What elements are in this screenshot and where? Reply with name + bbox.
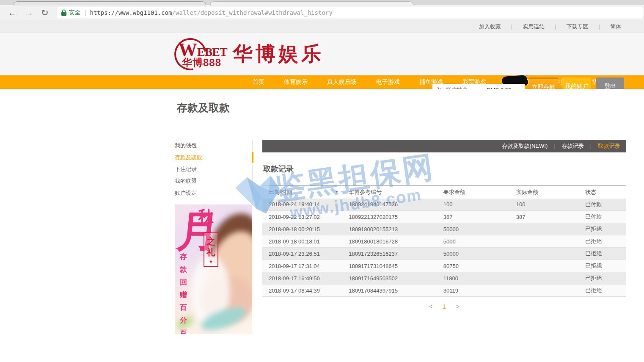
cell-ref: 1809241940147536 (342, 199, 437, 211)
cell-date: 2018-09-17 08:44:39 (262, 285, 342, 297)
logo-brand-name: 华博娱乐 (233, 41, 324, 67)
reload-icon[interactable]: ↻ (41, 8, 49, 17)
cell-date: 2018-09-18 00:20:15 (262, 223, 342, 235)
current-page[interactable]: 1 (443, 303, 446, 310)
cell-ref: 1809221327020175 (342, 211, 437, 223)
record-tab-bar: 存款及取款(NEW!)存款记录取款记录 (262, 140, 626, 152)
section-title: 取款记录 (263, 164, 626, 174)
sidebar-item[interactable]: 下注记录 (175, 163, 252, 175)
cell-requested: 30119 (437, 285, 510, 297)
nav-item[interactable]: 电子游戏 (366, 78, 410, 86)
main-panel: 存款及取款(NEW!)存款记录取款记录 取款记录 日期/时间▼ 华博参考编号 要… (262, 140, 626, 310)
cell-actual (510, 285, 579, 297)
sidebar-item[interactable]: 存款及取款 (175, 152, 252, 163)
promo-slogan-char: 赠 (180, 290, 187, 300)
sidebar-item[interactable]: 我的联盟 (175, 175, 252, 187)
title-divider (177, 125, 627, 125)
cell-date: 2018-09-18 00:18:01 (262, 235, 342, 248)
url-bar[interactable]: 安全 | https://www.wbg1101.com/wallet/depo… (57, 7, 644, 18)
record-tab[interactable]: 存款及取款(NEW!) (502, 142, 562, 150)
cell-status: 已付款 (579, 199, 626, 211)
cell-status: 已拒絕 (579, 272, 626, 285)
cell-ref: 1809171731048645 (342, 260, 437, 272)
utility-link[interactable]: 加入收藏 (479, 23, 523, 30)
browser-tab[interactable] (14, 1, 206, 6)
table-body: 2018-09-24 19:40:14 1809241940147536 100… (262, 199, 626, 297)
promo-slogan-char: 款 (180, 265, 187, 274)
column-status: 状态 (579, 186, 626, 199)
cell-requested: 50000 (437, 223, 510, 235)
record-tab[interactable]: 取款记录 (598, 142, 620, 150)
cell-status: 已付款 (579, 211, 626, 223)
cell-actual: 100 (510, 199, 579, 211)
cell-status: 已拒絕 (579, 285, 626, 297)
utility-link[interactable]: 实用连结 (523, 23, 566, 30)
table-row: 2018-09-18 00:20:15 1809180020155213 500… (262, 223, 626, 235)
promo-slogan-char: 分 (180, 315, 187, 325)
table-row: 2018-09-17 23:26:51 1809172326516237 500… (262, 248, 626, 260)
promo-slogan-char: 百 (180, 303, 187, 312)
promo-slogan-char: 存 (180, 252, 187, 262)
next-page-button[interactable]: > (456, 303, 460, 310)
promo-slogan: 存款回赠百分百 (180, 252, 187, 334)
sidebar-item[interactable]: 我的钱包 (175, 140, 252, 152)
cell-actual (510, 248, 579, 260)
prev-page-button[interactable]: < (429, 303, 432, 310)
page-title: 存款及取款 (177, 101, 230, 115)
cell-ref: 1809171649503502 (342, 272, 437, 285)
utility-link[interactable]: 简体 (610, 23, 621, 30)
table-row: 2018-09-17 17:31:04 1809171731048645 807… (262, 260, 626, 272)
page-body: 存款及取款 我的钱包存款及取款下注记录我的联盟账户设定 秋 月 之 礼 ◆ 存款… (0, 89, 644, 362)
cell-status: 已拒絕 (579, 260, 626, 272)
cell-date: 2018-09-22 13:27:02 (262, 211, 342, 223)
cell-requested: 11800 (437, 272, 510, 285)
cell-date: 2018-09-17 17:31:04 (262, 260, 342, 272)
back-icon[interactable]: ← (8, 8, 17, 17)
promo-seal-dot: ◆ (206, 258, 215, 265)
cell-date: 2018-09-17 16:49:50 (262, 272, 342, 285)
browser-tab-active[interactable] (210, 1, 413, 6)
table-row: 2018-09-22 13:27:02 1809221327020175 387… (262, 211, 626, 223)
cell-ref: 1809180018016728 (342, 235, 437, 248)
cell-status: 已拒絕 (579, 248, 626, 260)
browser-tab-strip (0, 0, 644, 5)
site-header: WEBET 华博888 华博娱乐 欢迎回来 ↻ 账户结余 RMB 0.90 ▼ … (0, 33, 644, 75)
promo-seal-char2: 礼 (206, 247, 215, 258)
table-row: 2018-09-24 19:40:14 1809241940147536 100… (262, 199, 626, 211)
logo-subtext: 华博888 (182, 56, 221, 69)
site-logo[interactable]: WEBET 华博888 华博娱乐 (173, 35, 324, 73)
pagination: < 1 > (262, 303, 626, 310)
url-path: /wallet/deposit_withdrawal#withdrawal_hi… (172, 9, 332, 16)
nav-item[interactable]: 首页 (243, 78, 274, 86)
nav-item[interactable]: 真人娱乐场 (317, 78, 366, 86)
nav-item[interactable]: 体育娱乐 (274, 78, 317, 86)
promo-seal-char1: 之 (206, 236, 215, 247)
cell-actual (510, 235, 579, 248)
table-row: 2018-09-17 16:49:50 1809171649503502 118… (262, 272, 626, 285)
cell-actual (510, 260, 579, 272)
column-date: 日期/时间▼ (262, 186, 342, 199)
cell-requested: 80750 (437, 260, 510, 272)
promo-seal: 之 礼 ◆ (204, 232, 218, 267)
utility-link[interactable]: 下载专区 (567, 23, 610, 30)
sidebar-item[interactable]: 账户设定 (175, 187, 252, 199)
cell-requested: 50000 (437, 248, 510, 260)
column-actual: 实际金额 (510, 186, 579, 199)
table-header: 日期/时间▼ 华博参考编号 要求金额 实际金额 状态 (262, 186, 626, 199)
cell-requested: 5000 (437, 235, 510, 248)
sort-icon[interactable]: ▼ (335, 190, 339, 194)
column-requested: 要求金额 (437, 186, 510, 199)
withdrawal-table: 日期/时间▼ 华博参考编号 要求金额 实际金额 状态 2018-09-24 19… (262, 185, 626, 297)
column-ref: 华博参考编号 (342, 186, 437, 199)
record-tab[interactable]: 存款记录 (562, 142, 598, 150)
utility-bar: 加入收藏实用连结下载专区简体 (0, 20, 644, 33)
forward-icon[interactable]: → (25, 8, 33, 17)
browser-toolbar: ← → ↻ 安全 | https://www.wbg1101.com/walle… (0, 5, 644, 20)
page-url: https://www.wbg1101.com/wallet/deposit_w… (90, 9, 333, 16)
sidebar: 我的钱包存款及取款下注记录我的联盟账户设定 秋 月 之 礼 ◆ 存款回赠百分百 (175, 140, 253, 334)
cell-date: 2018-09-17 23:26:51 (262, 248, 342, 260)
promo-banner[interactable]: 秋 月 之 礼 ◆ 存款回赠百分百 (175, 204, 252, 334)
secure-label: 安全 (69, 9, 81, 17)
cell-requested: 100 (437, 199, 510, 211)
logo-mark: WEBET 华博888 (173, 35, 227, 73)
